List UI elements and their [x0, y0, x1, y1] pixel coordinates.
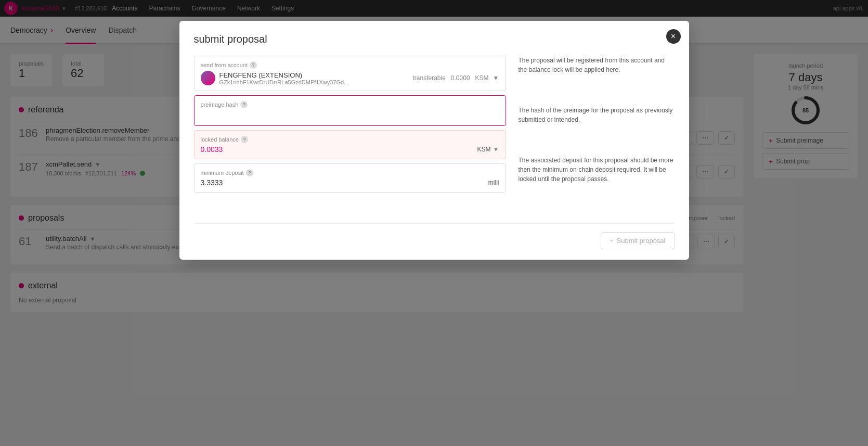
preimage-hash-field: preimage hash ? — [194, 95, 506, 126]
help-locked-text: The associated deposit for this proposal… — [519, 156, 675, 184]
transferable-label: transferable — [412, 74, 445, 82]
submit-proposal-modal: submit proposal × send from account ? FE… — [179, 21, 689, 260]
account-avatar — [201, 71, 215, 85]
modal-footer: + Submit proposal — [194, 223, 675, 249]
help-preimage-text: The hash of the preimage for the proposa… — [519, 106, 675, 124]
min-deposit-unit: milli — [488, 179, 499, 186]
send-from-account-field: send from account ? FENGFENG (EXTENSION)… — [194, 56, 506, 91]
transferable-value: 0.0000 — [451, 74, 470, 82]
transferable-unit: KSM — [475, 74, 489, 82]
locked-balance-row: 0.0033 KSM ▼ — [201, 145, 499, 154]
modal-form: send from account ? FENGFENG (EXTENSION)… — [194, 56, 506, 215]
min-deposit-row: 3.3333 milli — [201, 179, 499, 187]
locked-help-icon[interactable]: ? — [241, 136, 248, 143]
modal-title: submit proposal — [194, 33, 675, 45]
account-addr-value: GZk1nnbF1KwrDrUDrrRLa5GzdDMPf1Xwy37Gd... — [219, 79, 409, 85]
locked-unit: KSM ▼ — [477, 146, 499, 153]
modal-body: send from account ? FENGFENG (EXTENSION)… — [194, 56, 675, 215]
close-icon: × — [671, 32, 676, 41]
locked-balance-label: locked balance ? — [201, 136, 499, 143]
locked-balance-field: locked balance ? 0.0033 KSM ▼ — [194, 130, 506, 159]
modal-submit-label: Submit proposal — [617, 237, 666, 245]
modal-submit-plus-icon: + — [610, 237, 614, 245]
account-info: FENGFENG (EXTENSION) GZk1nnbF1KwrDrUDrrR… — [219, 71, 409, 85]
modal-submit-proposal-button[interactable]: + Submit proposal — [601, 232, 675, 249]
account-row: FENGFENG (EXTENSION) GZk1nnbF1KwrDrUDrrR… — [201, 71, 499, 85]
min-deposit-help-icon[interactable]: ? — [246, 169, 253, 176]
modal-overlay: submit proposal × send from account ? FE… — [0, 0, 868, 446]
preimage-label: preimage hash ? — [201, 101, 499, 108]
from-help-icon[interactable]: ? — [250, 61, 257, 69]
modal-close-button[interactable]: × — [666, 29, 681, 44]
preimage-hash-input[interactable] — [201, 110, 499, 120]
min-deposit-label: minimum deposit ? — [201, 169, 499, 176]
locked-balance-value: 0.0033 — [201, 145, 223, 154]
min-deposit-field: minimum deposit ? 3.3333 milli — [194, 163, 506, 193]
locked-unit-dropdown-icon[interactable]: ▼ — [493, 146, 499, 153]
min-deposit-value: 3.3333 — [201, 179, 223, 187]
account-dropdown-icon[interactable]: ▼ — [493, 74, 499, 82]
preimage-help-icon[interactable]: ? — [240, 101, 248, 108]
modal-help: The proposal will be registered from thi… — [519, 56, 675, 215]
transferable-balance: transferable 0.0000 KSM — [412, 74, 488, 82]
send-from-label: send from account ? — [201, 61, 499, 69]
help-account-text: The proposal will be registered from thi… — [519, 56, 675, 74]
account-name-value: FENGFENG (EXTENSION) — [219, 71, 409, 79]
